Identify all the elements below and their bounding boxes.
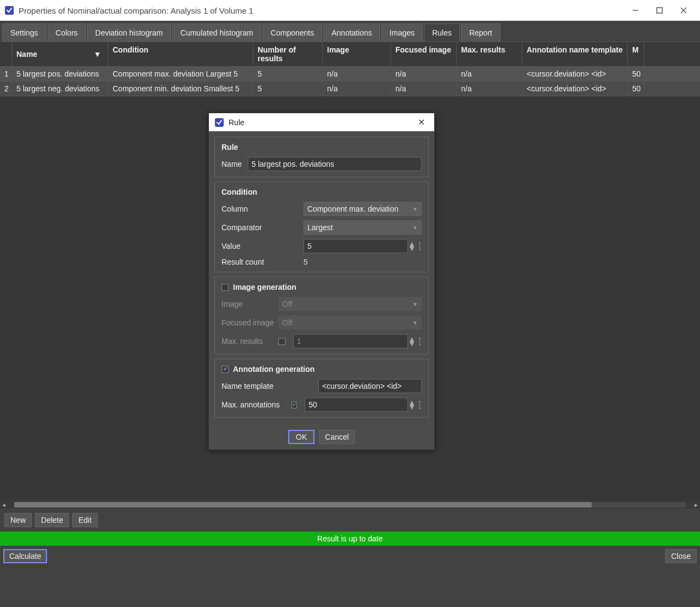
minimize-button[interactable] bbox=[623, 0, 648, 21]
anngen-section-title: Annotation generation bbox=[233, 365, 314, 373]
tab-bar: Settings Colors Deviation histogram Cumu… bbox=[0, 21, 700, 42]
tab-components[interactable]: Components bbox=[262, 24, 322, 42]
rule-section: Rule Name bbox=[214, 137, 429, 177]
column-header-condition[interactable]: Condition bbox=[108, 42, 253, 66]
focused-image-select: Off▼ bbox=[278, 316, 422, 330]
anngen-checkbox[interactable] bbox=[221, 366, 229, 373]
new-button[interactable]: New bbox=[4, 513, 32, 527]
chevron-down-icon: ▼ bbox=[412, 301, 418, 307]
tab-images[interactable]: Images bbox=[381, 24, 423, 42]
focused-image-label: Focused image bbox=[221, 318, 278, 327]
tab-cumulated-histogram[interactable]: Cumulated histogram bbox=[172, 24, 261, 42]
value-spinner[interactable]: ▲▼ bbox=[408, 242, 416, 250]
comparator-select[interactable]: Largest▼ bbox=[304, 220, 422, 235]
column-header-m[interactable]: M bbox=[628, 42, 644, 66]
scroll-thumb[interactable] bbox=[14, 502, 592, 507]
column-select[interactable]: Component max. deviation▼ bbox=[304, 202, 422, 216]
imagegen-max-label: Max. results bbox=[221, 337, 278, 346]
anngen-max-spinner[interactable]: ▲▼ bbox=[408, 400, 416, 409]
anngen-max-input[interactable] bbox=[305, 398, 408, 412]
imagegen-max-input bbox=[293, 334, 408, 348]
table-row[interactable]: 2 5 largest neg. deviations Component mi… bbox=[0, 81, 700, 96]
template-label: Name template bbox=[221, 382, 318, 390]
scroll-left-icon[interactable]: ◄ bbox=[0, 502, 8, 508]
resultcount-value: 5 bbox=[304, 258, 308, 266]
maximize-button[interactable] bbox=[648, 0, 672, 21]
app-logo-icon bbox=[214, 118, 224, 127]
imagegen-max-checkbox bbox=[278, 338, 285, 345]
status-bar: Result is up to date bbox=[0, 532, 700, 546]
image-label: Image bbox=[221, 300, 278, 308]
condition-section-title: Condition bbox=[221, 188, 422, 196]
delete-button[interactable]: Delete bbox=[35, 513, 69, 527]
horizontal-scrollbar[interactable]: ◄ ► bbox=[0, 501, 700, 509]
table-row[interactable]: 1 5 largest pos. deviations Component ma… bbox=[0, 67, 700, 81]
footer: Calculate Close bbox=[0, 546, 700, 567]
column-label: Column bbox=[221, 205, 304, 213]
tab-annotations[interactable]: Annotations bbox=[323, 24, 380, 42]
rule-section-title: Rule bbox=[221, 143, 422, 151]
imagegen-section: Image generation Image Off▼ Focused imag… bbox=[214, 277, 429, 354]
window-title: Properties of Nominal/actual comparison:… bbox=[19, 6, 623, 15]
tab-settings[interactable]: Settings bbox=[2, 24, 46, 42]
value-label: Value bbox=[221, 242, 304, 250]
tab-deviation-histogram[interactable]: Deviation histogram bbox=[87, 24, 171, 42]
calculate-button[interactable]: Calculate bbox=[3, 549, 47, 563]
close-window-button[interactable] bbox=[672, 0, 696, 21]
chevron-down-icon: ▼ bbox=[412, 206, 418, 212]
close-icon[interactable]: ✕ bbox=[413, 117, 429, 127]
column-header-image[interactable]: Image bbox=[323, 42, 391, 66]
close-button[interactable]: Close bbox=[665, 549, 697, 563]
column-header-annotation-template[interactable]: Annotation name template bbox=[522, 42, 628, 66]
edit-button[interactable]: Edit bbox=[72, 513, 97, 527]
imagegen-section-title: Image generation bbox=[233, 283, 296, 291]
resultcount-label: Result count bbox=[221, 258, 304, 266]
comparator-label: Comparator bbox=[221, 223, 304, 232]
chevron-down-icon: ▼ bbox=[412, 225, 418, 231]
svg-rect-2 bbox=[657, 8, 662, 13]
app-logo-icon bbox=[4, 5, 14, 15]
name-label: Name bbox=[221, 160, 248, 168]
column-header-index[interactable] bbox=[0, 42, 12, 66]
dialog-titlebar: Rule ✕ bbox=[209, 113, 434, 131]
condition-section: Condition Column Component max. deviatio… bbox=[214, 182, 429, 272]
step-control-icon: ↑↓ bbox=[418, 337, 422, 345]
column-header-max-results[interactable]: Max. results bbox=[457, 42, 522, 66]
cancel-button[interactable]: Cancel bbox=[319, 430, 355, 444]
anngen-section: Annotation generation Name template Max.… bbox=[214, 359, 429, 418]
name-input[interactable] bbox=[248, 157, 422, 171]
imagegen-max-spinner: ▲▼ bbox=[408, 337, 416, 346]
scroll-right-icon[interactable]: ► bbox=[692, 502, 700, 508]
chevron-down-icon: ▼ bbox=[412, 320, 418, 326]
rules-table: Name ▼ Condition Number of results Image… bbox=[0, 42, 700, 96]
imagegen-checkbox[interactable] bbox=[221, 284, 229, 291]
column-header-focused-image[interactable]: Focused image bbox=[391, 42, 457, 66]
value-input[interactable] bbox=[304, 239, 408, 253]
anngen-max-label: Max. annotations bbox=[221, 400, 291, 409]
image-select: Off▼ bbox=[278, 297, 422, 311]
dialog-title: Rule bbox=[229, 118, 413, 127]
step-control-icon[interactable]: ↑↓ bbox=[418, 242, 422, 250]
column-header-name[interactable]: Name ▼ bbox=[12, 42, 108, 66]
window-titlebar: Properties of Nominal/actual comparison:… bbox=[0, 0, 700, 21]
tab-report[interactable]: Report bbox=[461, 24, 500, 42]
rule-dialog: Rule ✕ Rule Name Condition Column Compon… bbox=[208, 113, 435, 450]
template-input[interactable] bbox=[318, 379, 422, 393]
sort-desc-icon: ▼ bbox=[94, 50, 101, 59]
step-control-icon[interactable]: ↑↓ bbox=[418, 401, 422, 408]
tab-rules[interactable]: Rules bbox=[424, 24, 460, 42]
rules-toolbar: New Delete Edit bbox=[0, 509, 700, 532]
anngen-max-checkbox[interactable] bbox=[291, 401, 297, 408]
tab-colors[interactable]: Colors bbox=[48, 24, 86, 42]
ok-button[interactable]: OK bbox=[288, 430, 314, 444]
column-header-number-results[interactable]: Number of results bbox=[253, 42, 323, 66]
